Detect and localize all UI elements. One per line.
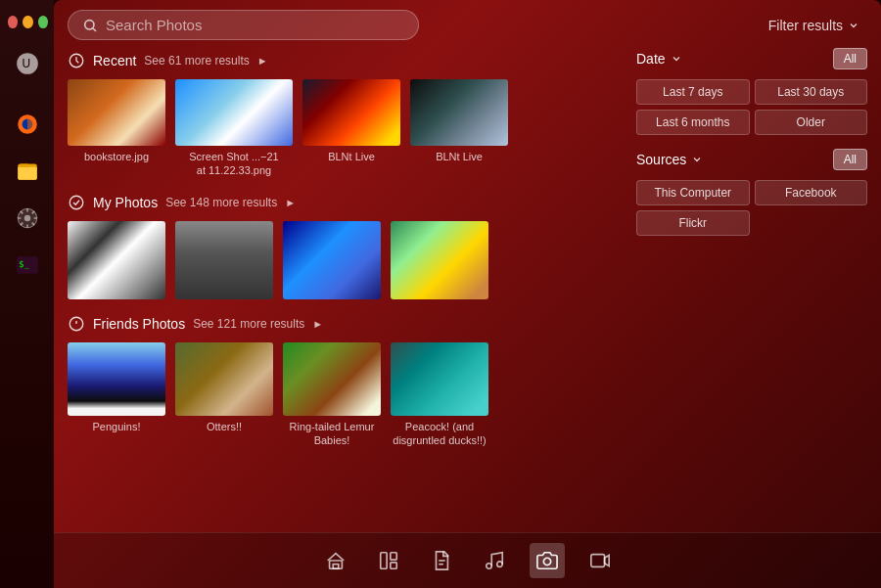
nav-documents[interactable] [424,543,459,578]
sources-all-button[interactable]: All [833,149,867,170]
sidebar-item-settings[interactable] [8,199,47,238]
chevron-down-icon [848,20,859,31]
nav-music[interactable] [477,543,512,578]
section-my-photos-title: My Photos [93,195,158,210]
thumb-img-otters [175,342,273,416]
section-friends-photos-more[interactable]: See 121 more results [193,317,304,331]
sidebar-item-home[interactable]: U [8,44,47,83]
section-recent-title: Recent [93,53,136,68]
thumb-img-lemur [283,342,381,416]
nav-video[interactable] [582,543,618,578]
maximize-button[interactable] [38,16,48,28]
filter-results-button[interactable]: Filter results [761,14,867,37]
thumb-img-peacock [391,342,488,416]
svg-rect-28 [590,555,604,567]
date-filter-grid: Last 7 days Last 30 days Last 6 months O… [636,79,867,135]
sources-chevron-icon [691,154,703,165]
recent-icon [68,52,85,69]
filter-facebook[interactable]: Facebook [755,180,868,205]
thumb-blue[interactable] [283,221,381,299]
section-my-photos: My Photos See 148 more results ► [68,194,613,299]
sidebar-item-terminal[interactable]: $_ [8,246,47,285]
filter-last30days[interactable]: Last 30 days [755,79,868,105]
nav-files[interactable] [371,543,406,578]
sources-filter-section: Sources All This Computer Facebook Flick… [636,149,867,236]
thumb-label-penguins: Penguins! [93,420,141,433]
sidebar: U $_ [0,0,54,588]
my-photos-icon [68,194,85,211]
date-filter-section: Date All Last 7 days Last 30 days Last 6… [636,48,867,135]
thumb-label-blnt1: BLNt Live [328,150,375,163]
search-input[interactable] [106,17,404,33]
search-icon [82,18,98,33]
svg-text:U: U [22,57,30,70]
section-recent-arrow[interactable]: ► [257,55,268,67]
section-friends-photos-title: Friends Photos [93,316,185,332]
thumb-blnt1[interactable]: BLNt Live [302,79,400,178]
nav-photos[interactable] [530,543,565,578]
sidebar-item-files[interactable] [8,152,47,191]
thumb-blnt2[interactable]: BLNt Live [410,79,508,178]
content-area: Recent See 61 more results ► bookstore.j… [54,48,881,532]
section-friends-photos-header: Friends Photos See 121 more results ► [68,315,613,333]
thumb-peacock[interactable]: Peacock! (and disgruntled ducks!!) [391,342,488,448]
date-chevron-icon [671,53,682,65]
friends-photos-icon [68,315,85,333]
section-my-photos-more[interactable]: See 148 more results [165,196,277,209]
section-recent-header: Recent See 61 more results ► [68,52,613,69]
sources-filter-header: Sources All [636,149,867,170]
thumb-img-screenshot [175,79,293,146]
search-box[interactable] [68,10,419,40]
thumb-img-cat [68,221,165,299]
filter-last7days[interactable]: Last 7 days [636,79,750,105]
thumb-label-blnt2: BLNt Live [436,150,483,163]
filter-last6months[interactable]: Last 6 months [636,110,750,135]
svg-point-25 [486,564,491,569]
svg-point-27 [543,558,550,565]
nav-home[interactable] [318,543,353,578]
recent-thumbnails: bookstore.jpg Screen Shot ...−21 at 11.2… [68,79,613,178]
sources-filter-label: Sources [636,152,686,167]
thumb-lemur[interactable]: Ring-tailed Lemur Babies! [283,342,381,448]
svg-rect-19 [333,565,339,569]
section-recent: Recent See 61 more results ► bookstore.j… [68,52,613,178]
section-friends-photos: Friends Photos See 121 more results ► Pe… [68,315,613,448]
minimize-button[interactable] [23,16,32,28]
close-button[interactable] [8,16,18,28]
thumb-img-penguins [68,342,165,416]
sidebar-item-firefox[interactable] [8,105,47,144]
section-recent-more[interactable]: See 61 more results [144,54,249,68]
svg-rect-21 [390,553,395,560]
thumb-screenshot[interactable]: Screen Shot ...−21 at 11.22.33.png [175,79,293,178]
section-friends-photos-arrow[interactable]: ► [312,318,323,330]
date-all-button[interactable]: All [833,48,867,69]
thumb-otters[interactable]: Otters!! [175,342,273,448]
sources-filter-label-area: Sources [636,152,703,167]
friends-photos-thumbnails: Penguins! Otters!! Ring-tailed Lemur Bab… [68,342,613,448]
thumb-img-blnt1 [302,79,400,146]
date-filter-header: Date All [636,48,867,69]
thumb-label-bookstore: bookstore.jpg [84,150,149,163]
thumb-bookstore[interactable]: bookstore.jpg [68,79,165,178]
section-my-photos-header: My Photos See 148 more results ► [68,194,613,211]
filter-this-computer[interactable]: This Computer [636,180,750,205]
thumb-cat[interactable] [68,221,165,299]
section-my-photos-arrow[interactable]: ► [285,197,296,208]
thumb-label-screenshot: Screen Shot ...−21 at 11.22.33.png [185,150,283,178]
thumb-label-otters: Otters!! [207,420,242,433]
thumb-penguins[interactable]: Penguins! [68,342,165,448]
thumb-person[interactable] [175,221,273,299]
svg-point-14 [70,196,83,209]
filter-pane: Date All Last 7 days Last 30 days Last 6… [626,48,881,532]
svg-point-26 [496,562,502,567]
thumb-person2[interactable] [391,221,488,299]
filter-flickr[interactable]: Flickr [636,210,750,236]
thumb-img-person2 [391,221,488,299]
my-photos-thumbnails [68,221,613,299]
svg-line-12 [93,28,96,31]
filter-older[interactable]: Older [755,110,868,135]
sources-filter-grid: This Computer Facebook Flickr [636,180,867,236]
svg-point-8 [23,215,30,222]
date-filter-label-area: Date [636,51,682,67]
svg-rect-6 [20,163,28,166]
